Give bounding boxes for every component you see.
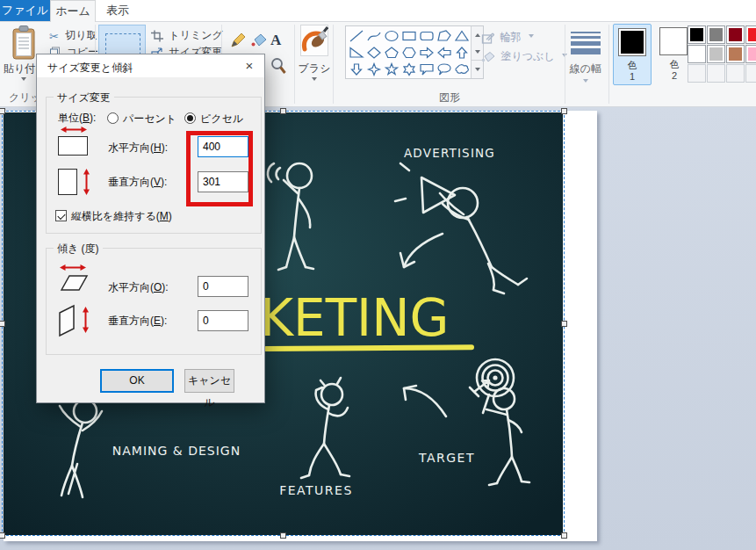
vertical-label: 垂直方向(V):	[108, 175, 167, 190]
horizontal-label: 水平方向(H):	[108, 141, 168, 156]
magnifier-icon	[270, 57, 287, 76]
brush-icon	[300, 25, 328, 58]
palette-color-darkred[interactable]	[726, 25, 745, 44]
selection-handle-middle-right[interactable]	[561, 321, 567, 327]
shape-star5-icon[interactable]	[383, 61, 400, 77]
maintain-aspect-label: 縦横比を維持する(M)	[71, 209, 172, 224]
tab-home[interactable]: ホーム	[50, 0, 96, 22]
palette-color-pink[interactable]	[745, 45, 756, 63]
skew-group-label: 傾き (度)	[54, 242, 103, 257]
palette-color-gray[interactable]	[707, 25, 725, 44]
skew-vertical-input[interactable]: 0	[198, 310, 248, 331]
horizontal-rect-icon	[58, 136, 88, 156]
selection-handle-top-middle[interactable]	[280, 108, 286, 114]
pencil-tool-button[interactable]	[230, 32, 247, 52]
palette-color-lightgray[interactable]	[707, 45, 725, 63]
shape-pentagon-icon[interactable]	[383, 44, 400, 61]
paint-bucket-icon	[250, 33, 268, 48]
selection-handle-bottom-right[interactable]	[561, 532, 567, 539]
palette-color-black[interactable]	[688, 25, 706, 44]
outline-icon	[481, 32, 494, 45]
shape-arrow-up-icon[interactable]	[453, 44, 471, 61]
pencil-icon	[230, 32, 247, 48]
palette-color-brown[interactable]	[726, 45, 745, 63]
magnifier-tool-button[interactable]	[270, 57, 287, 79]
line-width-dropdown-arrow	[583, 79, 588, 83]
shape-line-icon[interactable]	[348, 27, 365, 44]
fill-icon	[481, 51, 495, 63]
group-separator	[608, 25, 609, 104]
text-tool-button[interactable]: A	[270, 32, 281, 49]
line-width-label: 線の幅	[566, 62, 605, 76]
tab-file[interactable]: ファイル	[0, 0, 50, 21]
unit-percent-radio[interactable]	[107, 112, 119, 124]
clipboard-icon	[11, 25, 37, 62]
paste-dropdown-arrow[interactable]	[21, 77, 26, 81]
annotation-highlight-rectangle	[186, 131, 253, 206]
shape-star4-icon[interactable]	[365, 61, 383, 77]
brush-button[interactable]: ブラシ	[298, 23, 331, 104]
palette-empty-slot[interactable]	[688, 64, 706, 83]
outline-label: 輪郭	[500, 31, 521, 43]
color1-button[interactable]: 色 1	[613, 24, 652, 85]
shape-polygon-icon[interactable]	[436, 27, 453, 44]
shape-diamond-icon[interactable]	[365, 44, 383, 61]
crop-button[interactable]: トリミング	[151, 28, 223, 42]
shape-callout-oval-icon[interactable]	[436, 61, 453, 77]
shapes-gallery	[345, 25, 484, 79]
resize-group-label: サイズ変更	[54, 90, 114, 105]
palette-color-white[interactable]	[688, 45, 706, 63]
shape-right-triangle-icon[interactable]	[348, 44, 365, 61]
crop-label: トリミング	[169, 29, 222, 41]
fill-tool-button[interactable]	[250, 33, 268, 52]
shape-callout-cloud-icon[interactable]	[453, 61, 471, 77]
ribbon-tab-bar: ファイル ホーム 表示	[0, 0, 756, 22]
shape-arrow-down-icon[interactable]	[348, 61, 365, 77]
dialog-titlebar[interactable]: サイズ変更と傾斜 ×	[37, 54, 264, 77]
shape-callout-rect-icon[interactable]	[418, 61, 436, 77]
palette-color-red[interactable]	[745, 25, 756, 44]
ok-button[interactable]: OK	[100, 369, 174, 393]
skew-horizontal-label: 水平方向(O):	[108, 280, 169, 295]
selection-handle-bottom-left[interactable]	[0, 532, 5, 539]
shape-hexagon-icon[interactable]	[400, 44, 418, 61]
scissors-icon: ✂	[49, 30, 59, 43]
unit-percent-label: パーセント	[123, 112, 176, 127]
outline-button[interactable]: 輪郭	[481, 30, 534, 44]
maintain-aspect-checkbox[interactable]	[55, 210, 67, 221]
shape-rectangle-icon[interactable]	[400, 27, 418, 44]
palette-empty-slot[interactable]	[707, 64, 725, 83]
close-icon[interactable]: ×	[234, 54, 264, 77]
resize-skew-dialog: サイズ変更と傾斜 × サイズ変更 単位(B): パーセント ピクセル 水平方向(…	[37, 54, 264, 402]
palette-empty-slot[interactable]	[726, 64, 745, 83]
crop-icon	[151, 30, 163, 42]
selection-handle-top-right[interactable]	[561, 108, 567, 114]
unit-pixel-radio[interactable]	[184, 112, 196, 124]
shape-rounded-rectangle-icon[interactable]	[418, 27, 436, 44]
brush-label: ブラシ	[298, 62, 331, 76]
group-separator	[333, 25, 334, 104]
selection-handle-top-left[interactable]	[0, 108, 5, 114]
selection-handle-middle-left[interactable]	[0, 321, 5, 327]
shape-ellipse-icon[interactable]	[383, 27, 400, 44]
palette-empty-slot[interactable]	[745, 64, 756, 83]
brush-dropdown-arrow[interactable]	[312, 77, 317, 81]
shape-arrow-right-icon[interactable]	[418, 44, 436, 61]
line-width-button[interactable]: 線の幅	[566, 25, 605, 102]
shape-curve-icon[interactable]	[365, 27, 383, 44]
shape-triangle-icon[interactable]	[453, 27, 471, 44]
tab-view[interactable]: 表示	[96, 0, 140, 21]
fill-label: 塗りつぶし	[500, 50, 554, 62]
skew-horizontal-arrow-icon	[60, 264, 86, 271]
line-width-icon	[571, 32, 601, 57]
group-separator	[565, 25, 565, 104]
shape-arrow-left-icon[interactable]	[436, 44, 453, 61]
skew-horizontal-input[interactable]: 0	[198, 276, 248, 297]
skew-vertical-label: 垂直方向(E):	[108, 314, 167, 329]
selection-handle-bottom-middle[interactable]	[280, 532, 286, 539]
color2-swatch	[659, 27, 688, 55]
shape-star6-icon[interactable]	[400, 61, 418, 77]
shape-fill-button[interactable]: 塗りつぶし	[481, 49, 567, 63]
cancel-button[interactable]: キャンセル	[184, 369, 234, 393]
vertical-arrow-icon	[83, 169, 90, 195]
